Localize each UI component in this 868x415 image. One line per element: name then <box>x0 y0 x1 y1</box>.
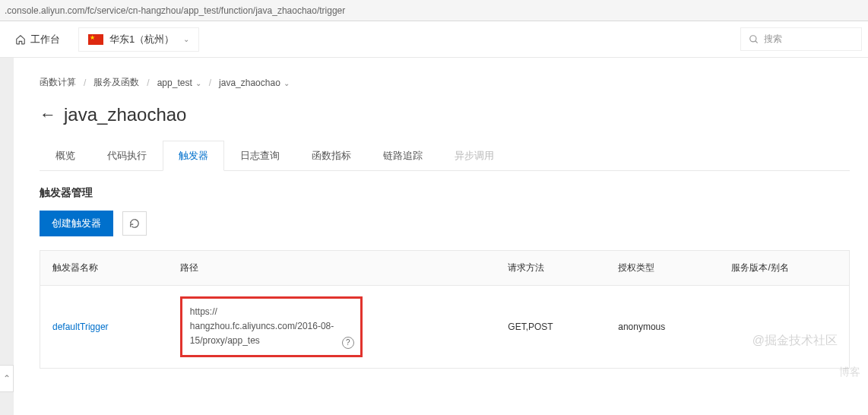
cell-auth: anonymous <box>606 286 719 369</box>
top-bar: 工作台 华东1（杭州） ⌄ 搜索 <box>0 21 868 58</box>
chevron-down-icon: ⌄ <box>183 35 189 43</box>
refresh-icon <box>129 218 140 229</box>
tab-链路追踪[interactable]: 链路追踪 <box>367 141 439 171</box>
tab-日志查询[interactable]: 日志查询 <box>224 141 296 171</box>
table-header-row: 触发器名称 路径 请求方法 授权类型 服务版本/别名 <box>40 251 850 286</box>
tab-异步调用: 异步调用 <box>439 141 510 171</box>
url-text: .console.aliyun.com/fc/service/cn-hangzh… <box>5 5 345 16</box>
tab-概览[interactable]: 概览 <box>40 141 91 171</box>
flag-cn-icon <box>88 34 103 45</box>
crumb-1[interactable]: 服务及函数 <box>93 76 139 89</box>
trigger-name-link[interactable]: defaultTrigger <box>52 322 109 332</box>
svg-point-0 <box>750 35 756 41</box>
svg-line-1 <box>756 40 758 43</box>
tab-代码执行[interactable]: 代码执行 <box>91 141 163 171</box>
path-line: hangzhou.fc.aliyuncs.com/2016-08- <box>190 319 353 334</box>
region-label: 华东1（杭州） <box>109 33 174 46</box>
tab-函数指标[interactable]: 函数指标 <box>296 141 367 171</box>
tabs: 概览代码执行触发器日志查询函数指标链路追踪异步调用 <box>40 141 850 171</box>
crumb-0[interactable]: 函数计算 <box>40 76 76 89</box>
crumb-sep: / <box>209 78 211 88</box>
path-highlight-box: https:// hangzhou.fc.aliyuncs.com/2016-0… <box>180 296 363 357</box>
th-method: 请求方法 <box>496 251 606 286</box>
action-row: 创建触发器 <box>40 211 850 236</box>
trigger-table: 触发器名称 路径 请求方法 授权类型 服务版本/别名 defaultTrigge… <box>40 250 850 369</box>
cell-version <box>719 286 849 369</box>
page-title-row: ← java_zhaochao <box>40 104 850 125</box>
search-icon <box>749 34 759 45</box>
cell-path: https:// hangzhou.fc.aliyuncs.com/2016-0… <box>168 286 496 369</box>
main-content: 函数计算 / 服务及函数 / app_test⌄ / java_zhaochao… <box>0 58 868 387</box>
breadcrumb: 函数计算 / 服务及函数 / app_test⌄ / java_zhaochao… <box>40 76 850 89</box>
cell-name: defaultTrigger <box>40 286 168 369</box>
workbench-label: 工作台 <box>30 33 60 46</box>
cell-method: GET,POST <box>496 286 606 369</box>
back-arrow-icon[interactable]: ← <box>40 105 56 125</box>
tab-触发器[interactable]: 触发器 <box>163 141 224 171</box>
help-icon[interactable]: ? <box>342 337 354 349</box>
refresh-button[interactable] <box>122 211 147 236</box>
browser-url-bar: .console.aliyun.com/fc/service/cn-hangzh… <box>0 0 868 21</box>
chevron-down-icon: ⌄ <box>195 79 201 87</box>
crumb-3[interactable]: java_zhaochao⌄ <box>219 78 290 88</box>
th-name: 触发器名称 <box>40 251 168 286</box>
search-box[interactable]: 搜索 <box>740 27 862 51</box>
th-version: 服务版本/别名 <box>719 251 849 286</box>
workbench-link[interactable]: 工作台 <box>6 33 69 46</box>
th-path: 路径 <box>168 251 496 286</box>
th-auth: 授权类型 <box>606 251 719 286</box>
page-title: java_zhaochao <box>64 104 186 125</box>
region-selector[interactable]: 华东1（杭州） ⌄ <box>78 27 199 52</box>
path-line: https:// <box>190 305 353 319</box>
create-trigger-button[interactable]: 创建触发器 <box>40 211 113 236</box>
crumb-sep: / <box>147 78 149 88</box>
crumb-2[interactable]: app_test⌄ <box>157 78 201 88</box>
home-icon <box>15 34 26 45</box>
table-row: defaultTrigger https:// hangzhou.fc.aliy… <box>40 286 850 369</box>
crumb-sep: / <box>84 78 86 88</box>
section-title: 触发器管理 <box>40 186 850 200</box>
search-placeholder: 搜索 <box>764 33 782 46</box>
path-line: 15/proxy/app_tes <box>190 334 353 348</box>
chevron-down-icon: ⌄ <box>284 79 290 87</box>
